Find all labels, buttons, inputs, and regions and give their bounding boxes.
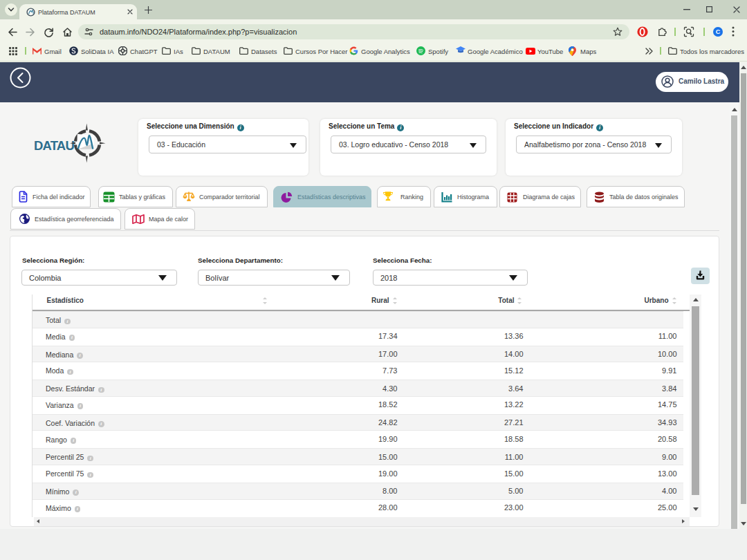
svg-text:DATAU: DATAU bbox=[34, 138, 74, 153]
